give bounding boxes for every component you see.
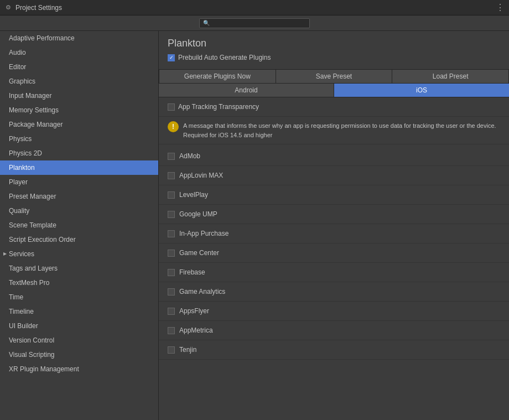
plugin-label-applovin-max: AppLovin MAX [179, 172, 223, 179]
sidebar-item-textmesh-pro[interactable]: TextMesh Pro [0, 276, 158, 290]
sidebar-item-version-control[interactable]: Version Control [0, 333, 158, 348]
sidebar-item-adaptive-performance[interactable]: Adaptive Performance [0, 31, 158, 45]
plugin-label-appsflyer: AppsFlyer [179, 307, 209, 315]
app-tracking-section: App Tracking Transparency [159, 97, 509, 117]
plugin-item-appsflyer[interactable]: AppsFlyer [159, 302, 509, 321]
plugin-checkbox-appmetrica[interactable] [168, 327, 175, 334]
plugin-item-tenjin[interactable]: Tenjin [159, 340, 509, 360]
plugin-checkbox-google-ump[interactable] [168, 211, 175, 218]
sidebar-item-time[interactable]: Time [0, 290, 158, 304]
plugin-checkbox-applovin-max[interactable] [168, 172, 175, 179]
sidebar-item-input-manager[interactable]: Input Manager [0, 89, 158, 103]
warning-box: ! A message that informs the user why an… [159, 117, 509, 144]
warning-icon: ! [168, 121, 179, 132]
plugin-item-admob[interactable]: AdMob [159, 147, 509, 166]
plugin-item-levelplay[interactable]: LevelPlay [159, 185, 509, 205]
sidebar-item-timeline[interactable]: Timeline [0, 304, 158, 319]
sidebar-item-label: Player [9, 177, 28, 187]
sidebar-item-package-manager[interactable]: Package Manager [0, 117, 158, 132]
load-preset-button[interactable]: Load Preset [392, 70, 508, 83]
main-layout: Adaptive PerformanceAudioEditorGraphicsI… [0, 31, 509, 420]
plugin-list: AdMobAppLovin MAXLevelPlayGoogle UMPIn-A… [159, 144, 509, 420]
sidebar-item-label: Time [9, 292, 23, 302]
search-input[interactable] [212, 20, 306, 27]
sidebar: Adaptive PerformanceAudioEditorGraphicsI… [0, 31, 159, 420]
sidebar-item-graphics[interactable]: Graphics [0, 74, 158, 89]
sidebar-item-label: Timeline [9, 307, 34, 317]
plugin-checkbox-appsflyer[interactable] [168, 308, 175, 315]
sidebar-item-xr-plugin-management[interactable]: XR Plugin Management [0, 362, 158, 376]
plugin-checkbox-tenjin[interactable] [168, 346, 175, 354]
prebuild-checkbox[interactable] [168, 54, 175, 61]
app-tracking-checkbox[interactable] [168, 103, 175, 111]
plugin-item-google-ump[interactable]: Google UMP [159, 205, 509, 224]
search-wrapper: 🔍 [199, 18, 310, 28]
sidebar-item-plankton[interactable]: Plankton [0, 160, 158, 175]
plugin-checkbox-game-analytics[interactable] [168, 288, 175, 295]
prebuild-row: Prebuild Auto Generate Plugins [168, 54, 500, 61]
tab-row: AndroidiOS [159, 84, 509, 97]
plugin-label-game-center: Game Center [179, 249, 219, 257]
search-bar: 🔍 [0, 15, 509, 31]
sidebar-item-label: Preset Manager [9, 191, 56, 201]
sidebar-item-label: Scene Template [9, 220, 56, 230]
sidebar-item-label: Editor [9, 62, 26, 72]
prebuild-label: Prebuild Auto Generate Plugins [178, 54, 271, 61]
plugin-item-game-center[interactable]: Game Center [159, 243, 509, 263]
sidebar-item-script-execution-order[interactable]: Script Execution Order [0, 232, 158, 247]
sidebar-item-label: Plankton [9, 163, 35, 173]
sidebar-item-player[interactable]: Player [0, 175, 158, 189]
plugin-label-in-app-purchase: In-App Purchase [179, 230, 228, 237]
plugin-checkbox-game-center[interactable] [168, 250, 175, 257]
window-title: Project Settings [15, 4, 62, 12]
sidebar-item-label: Input Manager [9, 91, 51, 101]
plugin-checkbox-firebase[interactable] [168, 269, 175, 276]
sidebar-item-editor[interactable]: Editor [0, 60, 158, 74]
sidebar-item-physics[interactable]: Physics [0, 132, 158, 146]
plugin-item-game-analytics[interactable]: Game Analytics [159, 282, 509, 302]
sidebar-item-tags-and-layers[interactable]: Tags and Layers [0, 261, 158, 276]
plugin-checkbox-in-app-purchase[interactable] [168, 230, 175, 237]
sidebar-item-scene-template[interactable]: Scene Template [0, 218, 158, 232]
content-panel: Plankton Prebuild Auto Generate Plugins … [159, 31, 509, 420]
sidebar-item-label: Visual Scripting [9, 350, 55, 360]
plugin-item-in-app-purchase[interactable]: In-App Purchase [159, 224, 509, 243]
sidebar-item-ui-builder[interactable]: UI Builder [0, 319, 158, 333]
sidebar-item-label: Tags and Layers [9, 263, 58, 273]
sidebar-item-label: Version Control [9, 335, 54, 345]
app-tracking-label: App Tracking Transparency [178, 103, 259, 111]
menu-icon[interactable]: ⋮ [496, 2, 505, 13]
plugin-checkbox-levelplay[interactable] [168, 191, 175, 199]
plugin-label-firebase: Firebase [179, 268, 205, 276]
sidebar-item-memory-settings[interactable]: Memory Settings [0, 103, 158, 117]
plugin-label-tenjin: Tenjin [179, 346, 196, 354]
sidebar-item-services[interactable]: ▶Services [0, 247, 158, 261]
sidebar-item-label: Adaptive Performance [9, 33, 75, 43]
sidebar-item-label: Physics [9, 134, 32, 144]
sidebar-item-label: Package Manager [9, 120, 63, 129]
sidebar-item-label: Graphics [9, 76, 35, 86]
content-header: Plankton Prebuild Auto Generate Plugins [159, 31, 509, 69]
plugin-label-levelplay: LevelPlay [179, 191, 208, 199]
tab-android[interactable]: Android [159, 84, 334, 97]
sidebar-item-preset-manager[interactable]: Preset Manager [0, 189, 158, 204]
plugin-label-admob: AdMob [179, 152, 200, 160]
plugin-checkbox-admob[interactable] [168, 153, 175, 160]
plugin-item-firebase[interactable]: Firebase [159, 263, 509, 282]
sidebar-item-label: TextMesh Pro [9, 278, 49, 288]
button-row: Generate Plugins Now Save Preset Load Pr… [159, 69, 509, 84]
sidebar-item-label: Services [9, 249, 34, 259]
sidebar-item-label: XR Plugin Management [9, 364, 79, 374]
generate-plugins-button[interactable]: Generate Plugins Now [159, 70, 276, 83]
warning-text: A message that informs the user why an a… [183, 121, 500, 139]
sidebar-item-quality[interactable]: Quality [0, 204, 158, 218]
sidebar-item-visual-scripting[interactable]: Visual Scripting [0, 348, 158, 362]
save-preset-button[interactable]: Save Preset [276, 70, 393, 83]
plugin-item-appmetrica[interactable]: AppMetrica [159, 321, 509, 340]
sidebar-item-label: Memory Settings [9, 105, 59, 115]
plugin-label-google-ump: Google UMP [179, 210, 217, 218]
tab-ios[interactable]: iOS [334, 84, 509, 97]
sidebar-item-physics-2d[interactable]: Physics 2D [0, 146, 158, 160]
sidebar-item-audio[interactable]: Audio [0, 45, 158, 60]
plugin-item-applovin-max[interactable]: AppLovin MAX [159, 166, 509, 185]
